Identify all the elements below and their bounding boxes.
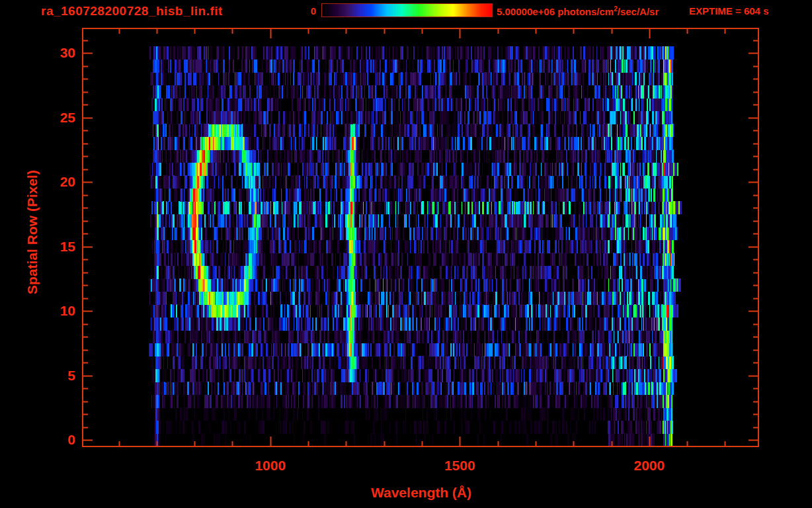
- colorbar-max-suffix: /sec/A/sr: [618, 6, 659, 17]
- colorbar-gradient: [321, 3, 493, 17]
- colorbar-min-label: 0: [276, 5, 316, 17]
- idl-plot-window: ra_160728200728_hisb_lin.fit 0 5.00000e+…: [0, 0, 812, 508]
- y-tick-label: 15: [33, 239, 75, 255]
- colorbar-max-prefix: 5.00000e+06 photons/cm: [497, 6, 614, 17]
- y-tick-label: 10: [33, 303, 75, 319]
- y-tick-label: 25: [33, 110, 75, 126]
- spectrogram-canvas: [82, 28, 759, 447]
- y-tick-label: 0: [33, 432, 75, 448]
- plot-frame: [82, 28, 759, 447]
- y-tick-label: 20: [33, 174, 75, 190]
- colorbar-max-label: 5.00000e+06 photons/cm2/sec/A/sr: [497, 5, 659, 17]
- x-tick-label: 1500: [430, 458, 489, 474]
- exptime-label: EXPTIME = 604 s: [689, 5, 768, 17]
- y-tick-label: 5: [33, 368, 75, 384]
- x-axis-label: Wavelength (Å): [289, 485, 553, 501]
- x-tick-label: 2000: [620, 458, 679, 474]
- y-tick-label: 30: [33, 45, 75, 61]
- x-tick-label: 1000: [241, 458, 300, 474]
- plot-title: ra_160728200728_hisb_lin.fit: [41, 4, 223, 19]
